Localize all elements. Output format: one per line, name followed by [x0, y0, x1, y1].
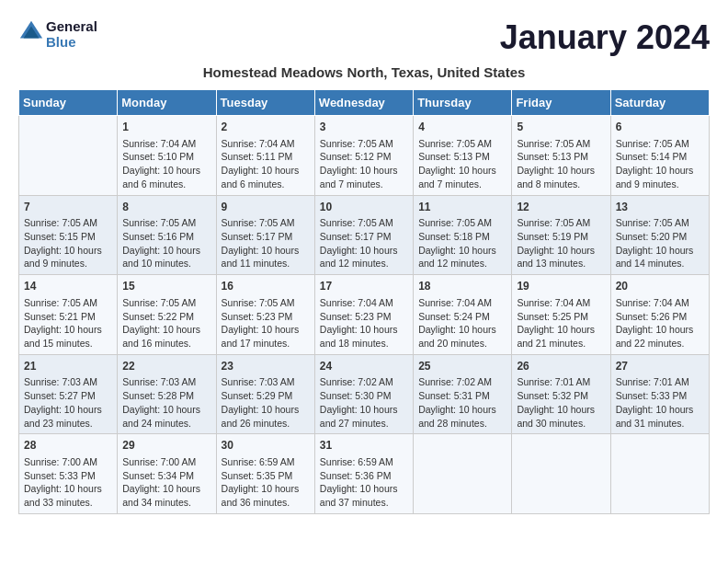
calendar-cell: 11Sunrise: 7:05 AMSunset: 5:18 PMDayligh… — [414, 195, 512, 275]
cell-line: Sunset: 5:12 PM — [320, 151, 392, 162]
cell-line: and 7 minutes. — [418, 178, 482, 190]
cell-line: Daylight: 10 hours — [616, 165, 694, 176]
cell-line: Sunset: 5:29 PM — [222, 390, 293, 401]
cell-line: Daylight: 10 hours — [418, 165, 496, 176]
day-number: 30 — [222, 438, 310, 454]
cell-line: Sunrise: 7:04 AM — [122, 138, 196, 149]
cell-line: Daylight: 10 hours — [418, 245, 496, 256]
cell-content: Sunrise: 7:05 AMSunset: 5:22 PMDaylight:… — [122, 296, 210, 350]
day-number: 12 — [517, 200, 605, 215]
cell-line: and 13 minutes. — [517, 258, 586, 269]
cell-content: Sunrise: 7:05 AMSunset: 5:17 PMDaylight:… — [320, 216, 408, 270]
cell-line: Sunrise: 7:05 AM — [616, 217, 689, 228]
logo-text: General Blue — [46, 18, 97, 50]
cell-line: Sunrise: 7:05 AM — [222, 297, 295, 308]
cell-content: Sunrise: 7:04 AMSunset: 5:10 PMDaylight:… — [122, 137, 210, 191]
cell-content: Sunrise: 7:04 AMSunset: 5:23 PMDaylight:… — [320, 296, 408, 350]
cell-line: Sunrise: 7:03 AM — [24, 376, 97, 387]
cell-line: Sunset: 5:33 PM — [24, 470, 96, 481]
cell-line: Daylight: 10 hours — [517, 245, 595, 256]
day-number: 29 — [122, 438, 210, 454]
day-number: 27 — [616, 359, 704, 374]
day-number: 9 — [222, 200, 310, 215]
cell-line: Daylight: 10 hours — [222, 245, 300, 256]
cell-content: Sunrise: 6:59 AMSunset: 5:36 PMDaylight:… — [320, 455, 408, 510]
cell-line: Daylight: 10 hours — [222, 483, 300, 494]
day-header-thursday: Thursday — [414, 90, 512, 116]
day-number: 13 — [616, 200, 704, 215]
cell-line: and 22 minutes. — [616, 338, 685, 349]
cell-line: Sunrise: 7:05 AM — [24, 297, 97, 308]
cell-line: Sunset: 5:19 PM — [517, 231, 588, 242]
calendar-cell: 21Sunrise: 7:03 AMSunset: 5:27 PMDayligh… — [19, 354, 118, 434]
day-header-monday: Monday — [118, 90, 216, 116]
calendar-cell: 13Sunrise: 7:05 AMSunset: 5:20 PMDayligh… — [610, 195, 709, 275]
day-number: 6 — [616, 120, 704, 135]
calendar-cell: 20Sunrise: 7:04 AMSunset: 5:26 PMDayligh… — [610, 275, 709, 355]
cell-line: Daylight: 10 hours — [418, 404, 496, 415]
cell-line: Sunset: 5:13 PM — [517, 151, 588, 162]
calendar-cell: 31Sunrise: 6:59 AMSunset: 5:36 PMDayligh… — [314, 434, 413, 514]
cell-line: Sunset: 5:24 PM — [418, 311, 490, 322]
general-blue-logo-icon — [18, 19, 44, 45]
day-number: 28 — [24, 438, 112, 454]
calendar-cell — [414, 434, 512, 514]
cell-content: Sunrise: 7:04 AMSunset: 5:25 PMDaylight:… — [517, 296, 605, 350]
cell-content: Sunrise: 7:05 AMSunset: 5:17 PMDaylight:… — [222, 216, 310, 270]
cell-line: and 24 minutes. — [122, 418, 191, 429]
day-number: 8 — [122, 200, 210, 215]
cell-line: and 12 minutes. — [418, 258, 487, 269]
calendar-cell: 7Sunrise: 7:05 AMSunset: 5:15 PMDaylight… — [19, 195, 118, 275]
cell-line: Sunrise: 7:05 AM — [418, 217, 492, 228]
day-header-wednesday: Wednesday — [314, 90, 413, 116]
cell-line: Daylight: 10 hours — [122, 324, 200, 335]
calendar-cell: 26Sunrise: 7:01 AMSunset: 5:32 PMDayligh… — [512, 354, 610, 434]
cell-content: Sunrise: 7:05 AMSunset: 5:14 PMDaylight:… — [616, 137, 704, 191]
cell-content: Sunrise: 7:05 AMSunset: 5:16 PMDaylight:… — [122, 216, 210, 270]
cell-line: and 37 minutes. — [320, 497, 389, 508]
cell-content: Sunrise: 7:04 AMSunset: 5:11 PMDaylight:… — [222, 137, 310, 191]
cell-line: and 20 minutes. — [418, 338, 487, 349]
day-number: 25 — [418, 359, 506, 374]
cell-line: Sunset: 5:14 PM — [616, 151, 688, 162]
cell-line: Sunrise: 7:05 AM — [616, 138, 689, 149]
cell-line: and 31 minutes. — [616, 418, 685, 429]
cell-line: and 30 minutes. — [517, 418, 586, 429]
cell-line: Sunrise: 7:04 AM — [418, 297, 492, 308]
page-header: General Blue January 2024 — [18, 18, 710, 57]
cell-line: Daylight: 10 hours — [616, 404, 694, 415]
cell-line: Sunset: 5:15 PM — [24, 231, 96, 242]
calendar-cell: 23Sunrise: 7:03 AMSunset: 5:29 PMDayligh… — [216, 354, 314, 434]
day-number: 3 — [320, 120, 408, 135]
calendar-title: January 2024 — [500, 18, 710, 57]
cell-line: Daylight: 10 hours — [222, 165, 300, 176]
day-number: 1 — [122, 120, 210, 135]
cell-line: Daylight: 10 hours — [24, 245, 102, 256]
calendar-cell: 5Sunrise: 7:05 AMSunset: 5:13 PMDaylight… — [512, 116, 610, 196]
cell-line: Daylight: 10 hours — [320, 483, 398, 494]
calendar-cell: 9Sunrise: 7:05 AMSunset: 5:17 PMDaylight… — [216, 195, 314, 275]
cell-line: Sunset: 5:23 PM — [320, 311, 392, 322]
calendar-cell — [512, 434, 610, 514]
cell-line: and 10 minutes. — [122, 258, 191, 269]
calendar-cell — [19, 116, 118, 196]
cell-line: Sunset: 5:10 PM — [122, 151, 194, 162]
day-number: 10 — [320, 200, 408, 215]
cell-content: Sunrise: 7:01 AMSunset: 5:33 PMDaylight:… — [616, 375, 704, 430]
calendar-cell — [610, 434, 709, 514]
cell-line: Sunset: 5:11 PM — [222, 151, 293, 162]
calendar-week-row: 7Sunrise: 7:05 AMSunset: 5:15 PMDaylight… — [19, 195, 710, 275]
cell-line: Sunrise: 7:03 AM — [122, 376, 196, 387]
calendar-cell: 28Sunrise: 7:00 AMSunset: 5:33 PMDayligh… — [19, 434, 118, 514]
cell-line: Daylight: 10 hours — [122, 165, 200, 176]
day-number: 4 — [418, 120, 506, 135]
cell-line: Daylight: 10 hours — [320, 404, 398, 415]
cell-line: Sunset: 5:22 PM — [122, 311, 194, 322]
cell-line: and 27 minutes. — [320, 418, 389, 429]
calendar-cell: 19Sunrise: 7:04 AMSunset: 5:25 PMDayligh… — [512, 275, 610, 355]
cell-line: Sunrise: 7:04 AM — [222, 138, 295, 149]
calendar-cell: 27Sunrise: 7:01 AMSunset: 5:33 PMDayligh… — [610, 354, 709, 434]
cell-line: Daylight: 10 hours — [517, 165, 595, 176]
cell-line: Sunset: 5:17 PM — [222, 231, 293, 242]
cell-line: Sunset: 5:23 PM — [222, 311, 293, 322]
